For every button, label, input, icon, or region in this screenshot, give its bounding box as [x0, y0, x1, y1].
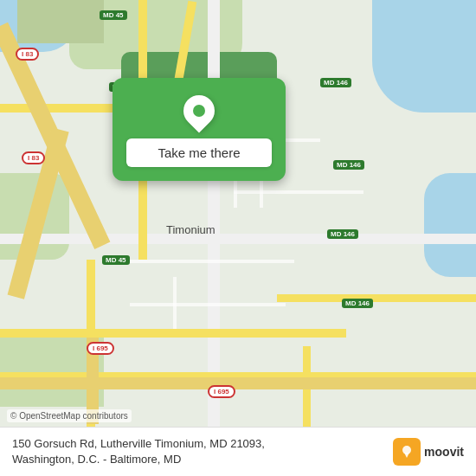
badge-md45-1: MD 45	[100, 10, 127, 20]
address-line2: Washington, D.C. - Baltimore, MD	[12, 452, 393, 467]
moovit-icon	[393, 438, 421, 466]
address-text: 150 Gorsuch Rd, Lutherville Timonium, MD…	[12, 436, 393, 467]
water-topright	[372, 0, 476, 113]
badge-i695-2: I 695	[208, 385, 235, 398]
local-road-3	[234, 190, 363, 194]
moovit-logo: moovit	[393, 438, 464, 466]
area-label-timonium: Timonium	[166, 223, 215, 236]
badge-md146-1: MD 146	[320, 78, 351, 87]
park-topleft	[17, 0, 104, 43]
bottom-bar: 150 Gorsuch Rd, Lutherville Timonium, MD…	[0, 427, 476, 476]
badge-i83-1: I 83	[16, 48, 39, 61]
road-y5	[0, 329, 346, 338]
road-main-horizontal	[0, 234, 476, 244]
osm-attribution: © OpenStreetMap contributors	[7, 409, 132, 422]
badge-i83-2: I 83	[22, 151, 45, 164]
water-right	[424, 173, 476, 277]
map-pin-inner	[193, 105, 205, 117]
map-tooltip: Take me there	[113, 78, 286, 181]
badge-md146-4: MD 146	[342, 299, 373, 308]
map-container: I 83 I 83 MD 45 MD 45 MD 45 MD 146 MD 14…	[0, 0, 476, 476]
badge-i695-1: I 695	[87, 342, 114, 355]
svg-marker-1	[404, 453, 409, 458]
local-road-5	[121, 260, 294, 263]
badge-md146-2: MD 146	[333, 160, 364, 170]
badge-md146-3: MD 146	[327, 229, 358, 239]
road-695	[0, 377, 476, 389]
address-line1: 150 Gorsuch Rd, Lutherville Timonium, MD…	[12, 436, 393, 452]
take-me-there-button[interactable]: Take me there	[126, 138, 272, 167]
local-road-7	[130, 303, 286, 306]
road-y7	[277, 294, 476, 302]
badge-md45-3: MD 45	[102, 255, 130, 265]
map-pin	[177, 89, 222, 133]
moovit-text: moovit	[424, 445, 464, 459]
